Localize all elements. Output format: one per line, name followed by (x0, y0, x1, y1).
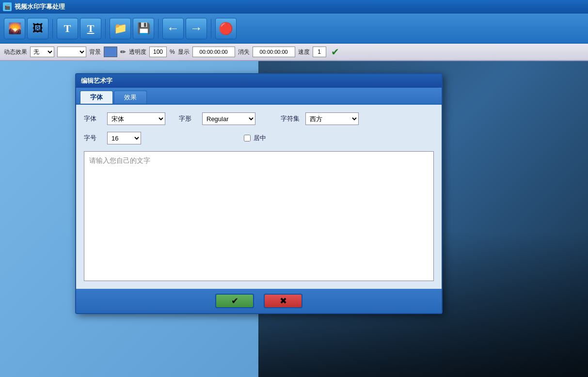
style-label: 字形 (179, 114, 196, 123)
text-area-container: 请输入您自己的文字 (84, 151, 434, 281)
dialog-title: 编辑艺术字 (81, 77, 112, 85)
add-art-btn[interactable]: T (80, 18, 101, 39)
dynamic-effect-label: 动态效果 (4, 48, 27, 56)
font-select[interactable]: 宋体 黑体 楷体 微软雅黑 Arial (107, 112, 165, 125)
tab-effect[interactable]: 效果 (114, 91, 147, 104)
style-select[interactable]: Regular Bold Italic Bold Italic (202, 112, 255, 125)
prev-btn[interactable]: ← (162, 18, 184, 39)
dynamic-effect-select[interactable]: 无 从左到右 从右到左 (30, 47, 54, 57)
tab-font[interactable]: 字体 (80, 91, 113, 104)
disappear-time-input[interactable] (253, 47, 295, 57)
charset-select[interactable]: 西方 中文 符号 (305, 112, 359, 125)
dialog-content: 字体 宋体 黑体 楷体 微软雅黑 Arial 字形 Regular Bold I… (76, 105, 442, 289)
background-label: 背景 (89, 48, 101, 56)
disappear-label: 消失 (238, 48, 250, 56)
size-select[interactable]: 8101214 16182024 2832 (107, 132, 141, 144)
size-label: 字号 (84, 134, 101, 142)
speed-label: 速度 (298, 48, 310, 56)
ok-button[interactable]: ✔ (215, 294, 254, 308)
toolbar: 🌄 🖼 T T 📁 💾 ← → 🔴 (0, 14, 588, 44)
confirm-btn[interactable]: ✔ (331, 46, 339, 58)
percent-label: % (170, 48, 175, 55)
stop-btn[interactable]: 🔴 (215, 18, 237, 39)
font-row: 字体 宋体 黑体 楷体 微软雅黑 Arial 字形 Regular Bold I… (84, 112, 434, 125)
dialog-footer: ✔ ✖ (76, 289, 442, 313)
center-checkbox[interactable] (244, 135, 251, 141)
app-icon: 🎬 (3, 2, 12, 11)
toolbar-sep-1 (52, 19, 53, 38)
options-bar: 动态效果 无 从左到右 从右到左 线性 背景 ✏ 透明度 % 显示 消失 速度 … (0, 44, 588, 61)
edit-art-dialog: 编辑艺术字 字体 效果 字体 宋体 黑体 楷体 微软雅黑 Arial 字形 (75, 73, 443, 314)
display-label: 显示 (178, 48, 190, 56)
app-title: 视频水印字幕处理 (15, 2, 65, 11)
transparency-label: 透明度 (129, 48, 146, 56)
next-btn[interactable]: → (186, 18, 207, 39)
dialog-tabs: 字体 效果 (76, 88, 442, 105)
display-time-input[interactable] (192, 47, 235, 57)
text-area-hint: 请输入您自己的文字 (89, 157, 429, 165)
center-label: 居中 (254, 134, 271, 142)
title-bar: 🎬 视频水印字幕处理 (0, 0, 588, 14)
cancel-icon: ✖ (280, 296, 287, 306)
dynamic-effect-select2[interactable]: 线性 (57, 47, 86, 57)
text-area-input[interactable] (89, 167, 429, 274)
font-label: 字体 (84, 114, 101, 123)
transparency-input[interactable] (149, 47, 167, 57)
toolbar-sep-2 (105, 19, 106, 38)
center-row: 居中 (244, 134, 271, 142)
toolbar-sep-3 (158, 19, 159, 38)
open-file-btn[interactable]: 🖼 (27, 18, 48, 39)
folder-btn[interactable]: 📁 (110, 18, 131, 39)
open-folder-btn[interactable]: 🌄 (4, 18, 25, 39)
add-text-btn[interactable]: T (57, 18, 78, 39)
background-color-box[interactable] (104, 47, 117, 57)
toolbar-sep-4 (211, 19, 211, 38)
ok-icon: ✔ (231, 296, 238, 306)
transparency-icon[interactable]: ✏ (120, 48, 126, 56)
size-row: 字号 8101214 16182024 2832 居中 (84, 132, 434, 144)
charset-label: 字符集 (281, 114, 300, 123)
main-area: 编辑艺术字 字体 效果 字体 宋体 黑体 楷体 微软雅黑 Arial 字形 (0, 61, 588, 377)
dialog-title-bar: 编辑艺术字 (76, 74, 442, 88)
speed-input[interactable] (313, 47, 326, 57)
save-btn[interactable]: 💾 (133, 18, 154, 39)
cancel-button[interactable]: ✖ (264, 294, 302, 308)
